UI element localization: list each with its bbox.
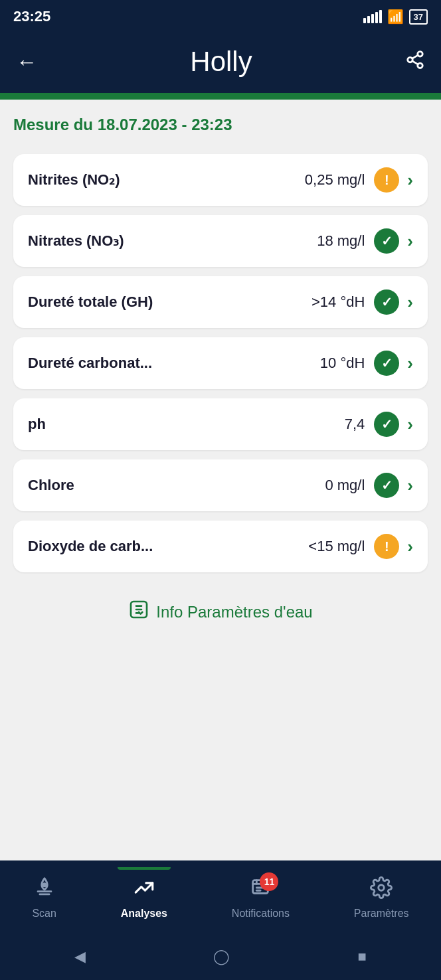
page-title: Holly bbox=[190, 46, 252, 78]
svg-point-18 bbox=[379, 884, 385, 890]
status-badge-chlore: ✓ bbox=[374, 473, 399, 498]
bottom-nav: Scan Analyses 11 Notifications bbox=[0, 860, 441, 934]
info-link[interactable]: Info Paramètres d'eau bbox=[13, 599, 428, 625]
param-value-nitrates: 18 mg/l bbox=[317, 232, 365, 250]
nav-label-analyses: Analyses bbox=[121, 908, 167, 920]
param-name-nitrites: Nitrites (NO₂) bbox=[28, 171, 305, 189]
notifications-badge: 11 bbox=[260, 872, 278, 891]
info-link-icon bbox=[128, 599, 149, 625]
param-name-chlore: Chlore bbox=[28, 477, 325, 494]
param-value-chlore: 0 mg/l bbox=[325, 477, 365, 494]
android-recents-button[interactable]: ■ bbox=[358, 948, 367, 965]
wifi-icon: 📶 bbox=[387, 9, 404, 25]
chevron-nitrites: › bbox=[407, 170, 413, 191]
notifications-icon: 11 bbox=[249, 876, 272, 904]
signal-icon bbox=[363, 10, 382, 23]
chevron-kh: › bbox=[407, 353, 413, 374]
param-row-chlore[interactable]: Chlore 0 mg/l ✓ › bbox=[13, 459, 428, 511]
chevron-nitrates: › bbox=[407, 231, 413, 252]
param-row-ph[interactable]: ph 7,4 ✓ › bbox=[13, 398, 428, 450]
nav-item-parametres[interactable]: Paramètres bbox=[354, 876, 409, 920]
nav-item-notifications[interactable]: 11 Notifications bbox=[232, 876, 290, 920]
status-badge-co2: ! bbox=[374, 534, 399, 559]
svg-line-3 bbox=[412, 60, 418, 64]
param-row-nitrates[interactable]: Nitrates (NO₃) 18 mg/l ✓ › bbox=[13, 215, 428, 267]
svg-line-4 bbox=[412, 55, 418, 58]
param-value-ph: 7,4 bbox=[345, 416, 365, 433]
scan-icon bbox=[33, 876, 56, 904]
status-time: 23:25 bbox=[13, 8, 50, 25]
status-badge-kh: ✓ bbox=[374, 351, 399, 376]
status-badge-nitrites: ! bbox=[374, 167, 399, 193]
chevron-gh: › bbox=[407, 292, 413, 313]
param-name-nitrates: Nitrates (NO₃) bbox=[28, 232, 317, 250]
analyses-icon bbox=[133, 876, 155, 904]
param-value-co2: <15 mg/l bbox=[308, 538, 365, 555]
settings-icon bbox=[370, 876, 393, 904]
app-header: ← Holly bbox=[0, 33, 441, 93]
svg-point-9 bbox=[43, 883, 46, 886]
param-name-ph: ph bbox=[28, 416, 345, 433]
measure-date: Mesure du 18.07.2023 - 23:23 bbox=[13, 116, 428, 134]
status-bar: 23:25 📶 37 bbox=[0, 0, 441, 33]
android-home-button[interactable]: ◯ bbox=[213, 948, 230, 965]
chevron-co2: › bbox=[407, 536, 413, 557]
main-content: Mesure du 18.07.2023 - 23:23 Nitrites (N… bbox=[0, 100, 441, 860]
back-button[interactable]: ← bbox=[16, 50, 37, 74]
nav-item-scan[interactable]: Scan bbox=[32, 876, 56, 920]
parameter-list: Nitrites (NO₂) 0,25 mg/l ! › Nitrates (N… bbox=[13, 154, 428, 572]
chevron-ph: › bbox=[407, 414, 413, 435]
chevron-chlore: › bbox=[407, 475, 413, 496]
param-row-nitrites[interactable]: Nitrites (NO₂) 0,25 mg/l ! › bbox=[13, 154, 428, 206]
accent-bar bbox=[0, 93, 441, 100]
param-name-co2: Dioxyde de carb... bbox=[28, 538, 308, 555]
share-button[interactable] bbox=[405, 50, 425, 74]
android-nav: ◀ ◯ ■ bbox=[0, 934, 441, 980]
nav-label-scan: Scan bbox=[32, 908, 56, 920]
param-row-co2[interactable]: Dioxyde de carb... <15 mg/l ! › bbox=[13, 521, 428, 572]
param-name-gh: Dureté totale (GH) bbox=[28, 293, 311, 311]
battery-icon: 37 bbox=[409, 9, 428, 25]
android-back-button[interactable]: ◀ bbox=[74, 948, 86, 965]
nav-label-notifications: Notifications bbox=[232, 908, 290, 920]
param-value-gh: >14 °dH bbox=[311, 293, 365, 311]
param-name-kh: Dureté carbonat... bbox=[28, 355, 320, 372]
nav-label-parametres: Paramètres bbox=[354, 908, 409, 920]
info-link-text: Info Paramètres d'eau bbox=[156, 603, 312, 621]
status-icons: 📶 37 bbox=[363, 9, 428, 25]
status-badge-ph: ✓ bbox=[374, 412, 399, 437]
param-row-kh[interactable]: Dureté carbonat... 10 °dH ✓ › bbox=[13, 337, 428, 389]
param-value-nitrites: 0,25 mg/l bbox=[305, 171, 365, 189]
param-row-gh[interactable]: Dureté totale (GH) >14 °dH ✓ › bbox=[13, 276, 428, 328]
param-value-kh: 10 °dH bbox=[320, 355, 365, 372]
nav-item-analyses[interactable]: Analyses bbox=[121, 876, 167, 920]
status-badge-gh: ✓ bbox=[374, 289, 399, 315]
status-badge-nitrates: ✓ bbox=[374, 228, 399, 254]
